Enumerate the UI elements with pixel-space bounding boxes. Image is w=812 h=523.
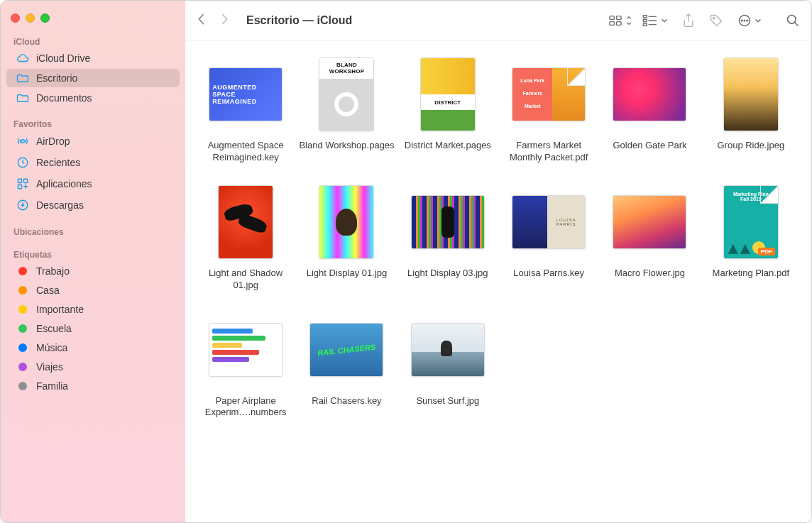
fullscreen-window-button[interactable]	[40, 13, 50, 23]
file-item[interactable]: LOUISA PARRISLouisa Parris.key	[501, 184, 596, 292]
file-name-label: Group Ride.jpeg	[717, 140, 784, 152]
file-thumbnail: LOUISA PARRIS	[510, 184, 587, 260]
file-name-label: Louisa Parris.key	[513, 268, 584, 280]
file-name-label: District Market.pages	[405, 140, 491, 152]
sidebar-item-label: Importante	[36, 304, 84, 315]
sidebar-item-label: Familia	[36, 380, 68, 392]
file-grid: AUGMENTED SPACE REIMAGINEDAugmented Spac…	[185, 40, 811, 522]
group-by-button[interactable]	[642, 15, 668, 26]
file-thumbnail: RAIL CHASERS	[308, 312, 385, 388]
file-item[interactable]: DISTRICTDistrict Market.pages	[400, 56, 495, 164]
svg-rect-4	[18, 185, 21, 189]
sidebar-tag-item[interactable]: Trabajo	[6, 262, 180, 280]
file-item[interactable]: Light Display 03.jpg	[400, 184, 495, 292]
sidebar-item-descargas[interactable]: Descargas	[6, 195, 180, 215]
file-item[interactable]: RAIL CHASERSRail Chasers.key	[299, 312, 394, 419]
file-name-label: Macro Flower.jpg	[615, 268, 685, 280]
airdrop-icon	[16, 135, 29, 148]
sidebar-tag-item[interactable]: Escuela	[6, 319, 180, 338]
sidebar-item-icloud-drive[interactable]: iCloud Drive	[6, 49, 180, 67]
sidebar-item-aplicaciones[interactable]: Aplicaciones	[6, 174, 180, 194]
svg-point-18	[788, 15, 796, 23]
sidebar-tag-item[interactable]: Casa	[6, 281, 180, 299]
cloud-icon	[16, 53, 29, 63]
tag-dot-icon	[16, 305, 29, 314]
file-item[interactable]: Marketing Plan Fall 2019PDFMarketing Pla…	[703, 184, 799, 292]
svg-point-15	[741, 20, 742, 21]
tag-dot-icon	[16, 363, 29, 371]
file-thumbnail	[713, 56, 789, 133]
tags-button[interactable]	[709, 13, 723, 28]
svg-point-17	[747, 20, 748, 21]
back-button[interactable]	[197, 13, 207, 28]
more-actions-button[interactable]	[737, 13, 762, 28]
sidebar-item-recientes[interactable]: Recientes	[6, 153, 180, 172]
main-pane: Escritorio — iCloud	[185, 1, 811, 522]
sidebar-item-label: Aplicaciones	[36, 178, 92, 189]
file-thumbnail: DISTRICT	[410, 56, 486, 133]
svg-rect-3	[24, 179, 28, 182]
svg-rect-2	[18, 179, 21, 182]
svg-rect-8	[610, 21, 614, 25]
sidebar-item-label: AirDrop	[36, 136, 70, 147]
file-thumbnail	[410, 312, 486, 388]
sidebar-section-header: Ubicaciones	[1, 223, 185, 238]
svg-rect-12	[643, 23, 647, 26]
sidebar-item-label: Viajes	[36, 361, 63, 373]
file-thumbnail	[207, 312, 284, 388]
file-item[interactable]: Group Ride.jpeg	[703, 56, 799, 164]
view-mode-button[interactable]	[608, 15, 632, 26]
sidebar-item-label: Descargas	[36, 199, 84, 211]
file-item[interactable]: Light Display 01.jpg	[299, 184, 394, 292]
sidebar-item-label: Música	[36, 342, 67, 353]
sidebar-item-label: Recientes	[36, 157, 80, 168]
file-item[interactable]: AUGMENTED SPACE REIMAGINEDAugmented Spac…	[198, 56, 293, 164]
sidebar: iCloud iCloud Drive Escritorio Documento…	[1, 1, 185, 522]
svg-rect-7	[617, 16, 621, 19]
file-thumbnail: AUGMENTED SPACE REIMAGINED	[207, 56, 284, 133]
svg-rect-10	[643, 15, 647, 17]
file-item[interactable]: Luna Park Farmers MarketFarmers Market M…	[501, 56, 596, 164]
sidebar-item-airdrop[interactable]: AirDrop	[6, 131, 180, 151]
file-thumbnail: Luna Park Farmers Market	[510, 56, 587, 133]
sidebar-item-escritorio[interactable]: Escritorio	[6, 69, 180, 87]
file-name-label: Rail Chasers.key	[312, 395, 381, 407]
folder-icon	[16, 73, 29, 83]
file-item[interactable]: Light and Shadow 01.jpg	[198, 184, 293, 292]
file-item[interactable]: Paper Airplane Experim….numbers	[198, 312, 293, 419]
file-item[interactable]: BLAND WORKSHOPBland Workshop.pages	[299, 56, 394, 164]
sidebar-item-label: Casa	[36, 285, 60, 296]
search-button[interactable]	[786, 13, 800, 28]
file-thumbnail: BLAND WORKSHOP	[308, 56, 385, 133]
sidebar-tag-item[interactable]: Familia	[6, 377, 180, 395]
file-name-label: Marketing Plan.pdf	[713, 268, 789, 280]
file-thumbnail	[611, 56, 688, 133]
minimize-window-button[interactable]	[26, 13, 35, 23]
sidebar-tag-item[interactable]: Música	[6, 338, 180, 357]
sidebar-item-label: Trabajo	[36, 265, 70, 277]
file-name-label: Farmers Market Monthly Packet.pdf	[501, 140, 596, 164]
tag-dot-icon	[16, 267, 29, 275]
apps-icon	[16, 177, 29, 190]
share-button[interactable]	[682, 13, 695, 28]
file-item[interactable]: Macro Flower.jpg	[602, 184, 697, 292]
sidebar-section-header: Etiquetas	[1, 246, 185, 261]
sidebar-tag-item[interactable]: Importante	[6, 300, 180, 319]
file-thumbnail	[410, 184, 486, 260]
sidebar-item-documentos[interactable]: Documentos	[6, 89, 180, 107]
file-name-label: Golden Gate Park	[613, 140, 686, 152]
file-thumbnail: Marketing Plan Fall 2019PDF	[713, 184, 789, 260]
file-name-label: Sunset Surf.jpg	[416, 395, 479, 407]
traffic-lights	[1, 8, 185, 33]
svg-rect-11	[643, 19, 647, 21]
svg-point-13	[713, 17, 715, 19]
file-name-label: Light Display 01.jpg	[307, 268, 387, 280]
sidebar-item-label: Documentos	[36, 92, 92, 104]
close-window-button[interactable]	[11, 13, 20, 23]
file-thumbnail	[308, 184, 385, 260]
file-item[interactable]: Golden Gate Park	[602, 56, 697, 164]
download-icon	[16, 199, 29, 211]
sidebar-tag-item[interactable]: Viajes	[6, 358, 180, 376]
forward-button[interactable]	[219, 13, 229, 28]
file-item[interactable]: Sunset Surf.jpg	[400, 312, 495, 419]
